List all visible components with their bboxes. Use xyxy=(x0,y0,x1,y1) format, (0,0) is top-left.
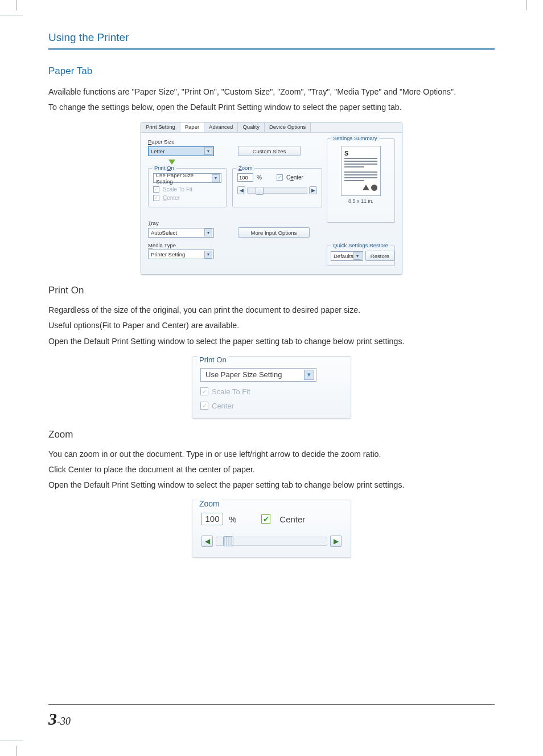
section-print-on-heading: Print On xyxy=(48,285,495,296)
print-on-p2: Useful options(Fit to Paper and Center) … xyxy=(48,318,495,332)
preview-dimensions: 8.5 x 11 in. xyxy=(331,198,391,204)
zoom-decrease-button[interactable]: ◀ xyxy=(237,186,245,194)
chevron-down-icon: ▾ xyxy=(204,228,212,236)
chapter-header: Using the Printer xyxy=(48,31,495,50)
zoom-detail-increase-button[interactable]: ▶ xyxy=(330,536,342,547)
tab-quality[interactable]: Quality xyxy=(238,122,265,132)
zoom-p3: Open the Default Print Setting window to… xyxy=(48,478,495,492)
zoom-detail-slider-thumb[interactable] xyxy=(223,536,233,546)
zoom-percent: % xyxy=(257,174,262,181)
custom-sizes-button[interactable]: Custom Sizes xyxy=(238,146,301,156)
restore-button[interactable]: Restore xyxy=(365,251,394,261)
zoom-center-label: Center xyxy=(286,174,303,181)
zoom-detail-legend: Zoom xyxy=(197,499,222,508)
page-footer: 3-30 xyxy=(48,704,495,729)
paper-size-label-rest: aper Size xyxy=(151,138,174,145)
footer-page: -30 xyxy=(57,716,71,727)
zoom-detail-decrease-button[interactable]: ◀ xyxy=(201,536,213,547)
down-arrow-icon xyxy=(168,160,175,165)
zoom-p2: Click Center to place the document at th… xyxy=(48,463,495,476)
zoom-detail-center-label: Center xyxy=(279,514,305,524)
print-on-value: Use Paper Size Setting xyxy=(156,172,212,185)
more-input-options-button[interactable]: More Input Options xyxy=(238,227,310,238)
tab-advanced[interactable]: Advanced xyxy=(204,122,238,132)
print-on-center-checkbox[interactable]: ✓ xyxy=(153,195,159,201)
print-on-detail-figure: Print On Use Paper Size Setting ▾ ✓ Scal… xyxy=(192,356,351,419)
tray-value: AutoSelect xyxy=(151,230,177,236)
media-type-value: Printer Setting xyxy=(151,251,185,258)
paper-tab-p2: To change the settings below, open the D… xyxy=(48,100,495,114)
tray-select[interactable]: AutoSelect ▾ xyxy=(148,228,214,238)
print-on-select[interactable]: Use Paper Size Setting ▾ xyxy=(153,173,221,183)
media-type-select[interactable]: Printer Setting ▾ xyxy=(148,250,214,259)
paper-dialog: Print Setting Paper Advanced Quality Dev… xyxy=(141,122,402,275)
zoom-detail-input[interactable]: 100 xyxy=(201,513,223,525)
zoom-detail-center-checkbox[interactable]: ✔ xyxy=(261,514,270,524)
settings-summary-legend: Settings Summary xyxy=(331,135,380,141)
section-paper-tab-heading: Paper Tab xyxy=(48,66,495,77)
tab-device-options[interactable]: Device Options xyxy=(265,122,311,132)
scale-to-fit-checkbox[interactable]: ✓ xyxy=(153,186,159,193)
section-zoom-heading: Zoom xyxy=(48,429,495,440)
zoom-p1: You can zoom in or out the document. Typ… xyxy=(48,447,495,461)
paper-size-select[interactable]: Letter ▾ xyxy=(148,146,214,156)
print-on-center-label: Center xyxy=(163,195,180,201)
scale-to-fit-detail-label: Scale To Fit xyxy=(212,387,250,396)
zoom-detail-slider[interactable] xyxy=(216,537,327,546)
print-on-legend: Print On xyxy=(152,165,176,171)
tab-print-setting[interactable]: Print Setting xyxy=(141,122,180,132)
zoom-increase-button[interactable]: ▶ xyxy=(309,186,317,194)
scale-to-fit-label: Scale To Fit xyxy=(163,186,192,193)
zoom-slider[interactable] xyxy=(247,187,307,194)
chevron-down-icon: ▾ xyxy=(204,147,212,155)
print-on-p1: Regardless of the size of the original, … xyxy=(48,303,495,317)
zoom-center-checkbox[interactable]: ✓ xyxy=(277,174,283,181)
chevron-down-icon: ▾ xyxy=(204,251,212,259)
paper-tab-p1: Available functions are "Paper Size", "P… xyxy=(48,85,495,99)
chevron-down-icon: ▾ xyxy=(304,370,314,380)
print-on-p3: Open the Default Print Setting window to… xyxy=(48,334,495,348)
paper-size-value: Letter xyxy=(151,148,164,154)
chevron-down-icon: ▾ xyxy=(212,174,220,182)
print-on-detail-select[interactable]: Use Paper Size Setting ▾ xyxy=(200,368,316,382)
dialog-tabs: Print Setting Paper Advanced Quality Dev… xyxy=(141,122,402,133)
print-on-detail-legend: Print On xyxy=(197,355,229,364)
footer-chapter: 3 xyxy=(48,709,57,728)
center-detail-label: Center xyxy=(212,402,234,410)
settings-summary-box: Settings Summary S 8.5 x 11 in. xyxy=(327,138,395,223)
zoom-legend: Zoom xyxy=(236,165,254,171)
zoom-input[interactable]: 100 xyxy=(237,173,253,182)
center-detail-checkbox[interactable]: ✓ xyxy=(200,402,208,410)
zoom-detail-figure: Zoom 100 % ✔ Center ◀ ▶ xyxy=(192,500,351,558)
restore-select[interactable]: Defaults ▾ xyxy=(331,251,363,261)
zoom-slider-thumb[interactable] xyxy=(256,187,264,195)
restore-value: Defaults xyxy=(334,253,353,259)
quick-settings-restore-legend: Quick Settings Restore xyxy=(331,242,390,248)
page-preview-icon: S xyxy=(341,146,381,196)
chevron-down-icon: ▾ xyxy=(353,252,361,260)
zoom-detail-percent: % xyxy=(229,514,236,524)
page-body: Using the Printer Paper Tab Available fu… xyxy=(0,0,543,558)
scale-to-fit-detail-checkbox[interactable]: ✓ xyxy=(200,387,208,395)
print-on-detail-value: Use Paper Size Setting xyxy=(205,370,282,379)
tab-paper[interactable]: Paper xyxy=(180,122,204,132)
